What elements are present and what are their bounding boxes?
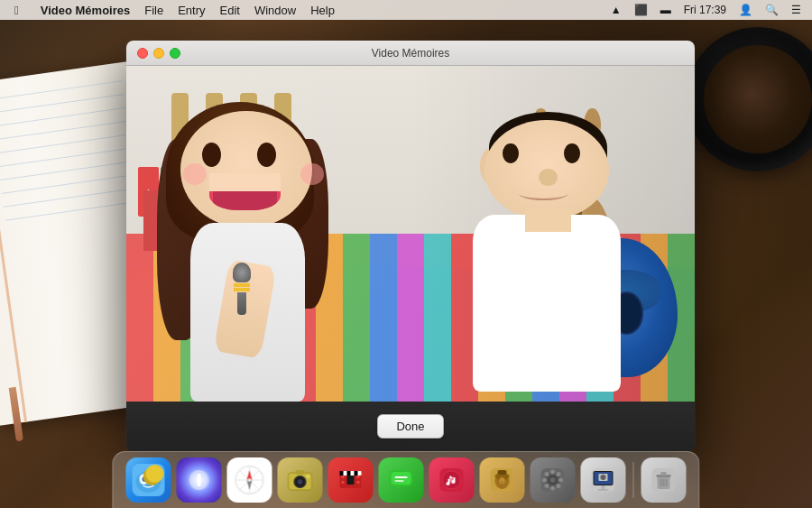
menubar-left:  Video Mémoires File Entry Edit Window … bbox=[7, 0, 342, 20]
svg-rect-63 bbox=[602, 485, 605, 489]
maximize-button[interactable] bbox=[170, 48, 180, 59]
menubar-list-icon[interactable]: ☰ bbox=[788, 4, 805, 16]
menubar-wifi-icon: ▲ bbox=[607, 4, 625, 16]
svg-point-62 bbox=[601, 475, 606, 480]
coffee-cup-decoration bbox=[686, 27, 812, 171]
siri-icon bbox=[189, 470, 209, 490]
svg-point-18 bbox=[298, 479, 303, 485]
svg-point-3 bbox=[149, 474, 158, 485]
boy-character bbox=[439, 106, 667, 392]
safari-icon bbox=[234, 464, 266, 496]
dock-item-finder[interactable] bbox=[126, 457, 171, 503]
dock-item-trash[interactable] bbox=[641, 457, 687, 503]
svg-rect-30 bbox=[355, 471, 358, 476]
svg-point-57 bbox=[550, 477, 556, 483]
menubar-time: Fri 17:39 bbox=[680, 4, 730, 16]
window-titlebar: Video Mémoires bbox=[126, 41, 695, 66]
svg-point-48 bbox=[550, 470, 555, 475]
svg-point-52 bbox=[545, 472, 549, 476]
finder-icon bbox=[133, 464, 165, 496]
svg-point-55 bbox=[545, 484, 549, 488]
coffee-surface bbox=[704, 45, 812, 153]
trash-icon bbox=[651, 466, 678, 494]
svg-point-50 bbox=[542, 478, 547, 483]
dock-item-music[interactable] bbox=[429, 457, 475, 503]
svg-rect-43 bbox=[498, 470, 507, 475]
done-button[interactable]: Done bbox=[377, 414, 443, 439]
svg-point-53 bbox=[556, 484, 560, 488]
camera-icon bbox=[287, 466, 314, 494]
girl-character bbox=[138, 93, 377, 402]
svg-rect-64 bbox=[598, 489, 609, 491]
minimize-button[interactable] bbox=[153, 48, 164, 59]
svg-point-5 bbox=[152, 476, 157, 482]
dock-item-screenshot[interactable] bbox=[581, 457, 626, 503]
window-bottom: Done bbox=[126, 402, 695, 451]
menubar-battery-icon: ▬ bbox=[657, 4, 675, 16]
svg-point-4 bbox=[143, 476, 148, 482]
app-window: Video Mémoires A B C bbox=[126, 41, 695, 451]
dock-item-settings[interactable] bbox=[531, 457, 576, 503]
photo-scene: A B C bbox=[126, 66, 695, 402]
svg-point-49 bbox=[550, 486, 555, 491]
svg-rect-25 bbox=[357, 481, 360, 484]
messages-icon bbox=[388, 466, 415, 494]
svg-rect-29 bbox=[347, 471, 351, 476]
dock bbox=[113, 451, 700, 508]
window-title: Video Mémoires bbox=[372, 47, 449, 60]
svg-rect-28 bbox=[340, 471, 344, 476]
dock-item-img-capture[interactable] bbox=[278, 457, 323, 503]
svg-point-1 bbox=[136, 471, 161, 493]
dock-item-film[interactable] bbox=[328, 457, 374, 503]
dock-separator bbox=[633, 462, 634, 498]
entry-menu[interactable]: Entry bbox=[171, 0, 212, 20]
menubar-user-icon[interactable]: 👤 bbox=[735, 4, 756, 16]
film-icon bbox=[337, 466, 364, 494]
svg-rect-26 bbox=[347, 476, 355, 485]
edit-menu[interactable]: Edit bbox=[213, 0, 247, 20]
gear-icon bbox=[540, 466, 567, 494]
svg-rect-68 bbox=[661, 472, 667, 476]
svg-rect-34 bbox=[395, 476, 408, 478]
svg-point-20 bbox=[307, 475, 310, 478]
notebook-ribbon bbox=[9, 387, 23, 442]
window-menu[interactable]: Window bbox=[247, 0, 303, 20]
dock-item-squirrel[interactable] bbox=[480, 457, 525, 503]
app-name-menu[interactable]: Video Mémoires bbox=[33, 0, 137, 20]
dock-item-siri[interactable] bbox=[177, 457, 222, 503]
svg-rect-23 bbox=[342, 481, 345, 484]
file-menu[interactable]: File bbox=[137, 0, 171, 20]
svg-rect-22 bbox=[342, 476, 345, 478]
desktop:  Video Mémoires File Entry Edit Window … bbox=[0, 0, 812, 508]
svg-point-51 bbox=[558, 478, 563, 483]
svg-rect-24 bbox=[357, 476, 360, 478]
video-area: A B C bbox=[126, 66, 695, 402]
svg-marker-33 bbox=[395, 486, 402, 492]
screenshot-icon bbox=[590, 466, 617, 494]
squirrel-icon bbox=[489, 466, 516, 494]
apple-menu[interactable]:  bbox=[7, 0, 26, 20]
svg-point-54 bbox=[556, 472, 560, 476]
close-button[interactable] bbox=[137, 48, 148, 59]
menubar-airplay-icon: ⬛ bbox=[631, 4, 651, 16]
svg-rect-35 bbox=[395, 480, 404, 482]
dock-item-messages[interactable] bbox=[379, 457, 424, 503]
help-menu[interactable]: Help bbox=[303, 0, 342, 20]
svg-rect-19 bbox=[296, 470, 305, 475]
menubar-search-icon[interactable]: 🔍 bbox=[761, 4, 782, 16]
dock-item-safari[interactable] bbox=[227, 457, 272, 503]
traffic-lights bbox=[137, 48, 180, 59]
menubar-right: ▲ ⬛ ▬ Fri 17:39 👤 🔍 ☰ bbox=[607, 4, 805, 16]
music-icon bbox=[438, 466, 466, 494]
menubar:  Video Mémoires File Entry Edit Window … bbox=[0, 0, 812, 20]
microphone bbox=[233, 263, 251, 315]
